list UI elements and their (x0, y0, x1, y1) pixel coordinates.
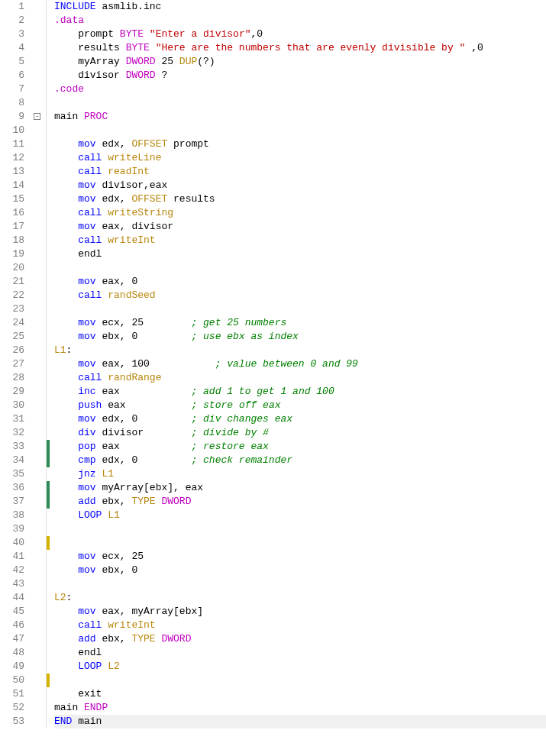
code-editor[interactable]: 1234567891011121314151617181920212223242… (0, 0, 546, 729)
code-line[interactable]: main PROC (54, 110, 546, 124)
line-number: 28 (0, 371, 24, 385)
code-line[interactable]: div divisor ; divide by # (54, 426, 546, 440)
line-number: 38 (0, 509, 24, 522)
line-number: 32 (0, 426, 24, 440)
change-marker (47, 481, 50, 495)
fold-toggle-icon[interactable]: - (34, 113, 40, 120)
code-line[interactable]: results BYTE "Here are the numbers that … (54, 41, 546, 55)
code-line[interactable]: L2: (54, 591, 546, 605)
line-number: 5 (0, 55, 24, 69)
line-number: 34 (0, 454, 24, 467)
code-line[interactable]: endl (54, 646, 546, 660)
line-number: 30 (0, 399, 24, 412)
code-line[interactable]: mov ecx, 25 ; get 25 numbers (54, 316, 546, 330)
line-number: 7 (0, 82, 24, 96)
code-line[interactable]: call readInt (54, 165, 546, 179)
code-line[interactable]: call writeString (54, 206, 546, 220)
line-number: 19 (0, 247, 24, 261)
line-number: 21 (0, 275, 24, 289)
code-line[interactable]: LOOP L1 (54, 509, 546, 522)
code-line[interactable]: .code (54, 82, 546, 96)
code-line[interactable] (54, 124, 546, 137)
line-number: 45 (0, 605, 24, 619)
line-number: 48 (0, 646, 24, 660)
code-line[interactable] (54, 302, 546, 316)
code-line[interactable]: add ebx, TYPE DWORD (54, 495, 546, 509)
line-number-gutter: 1234567891011121314151617181920212223242… (0, 0, 31, 729)
code-line[interactable]: call writeInt (54, 619, 546, 632)
change-marker (47, 440, 50, 454)
line-number: 40 (0, 536, 24, 550)
code-line[interactable]: mov eax, 100 ; value between 0 and 99 (54, 357, 546, 371)
line-number: 36 (0, 481, 24, 495)
code-line[interactable] (54, 577, 546, 591)
line-number: 29 (0, 385, 24, 399)
line-number: 3 (0, 27, 24, 41)
fold-column[interactable]: - (31, 0, 47, 729)
code-line[interactable]: exit (54, 687, 546, 701)
code-line[interactable]: call writeInt (54, 234, 546, 247)
code-line[interactable]: call writeLine (54, 151, 546, 165)
code-line[interactable]: mov edx, 0 ; div changes eax (54, 412, 546, 426)
line-number: 33 (0, 440, 24, 454)
change-marker (47, 495, 50, 509)
code-line[interactable] (54, 536, 546, 550)
line-number: 47 (0, 632, 24, 646)
code-line[interactable]: mov ecx, 25 (54, 550, 546, 564)
line-number: 49 (0, 660, 24, 674)
code-line[interactable]: mov eax, 0 (54, 275, 546, 289)
line-number: 11 (0, 137, 24, 151)
code-line[interactable]: mov edx, OFFSET prompt (54, 137, 546, 151)
code-line[interactable]: myArray DWORD 25 DUP(?) (54, 55, 546, 69)
code-line[interactable]: mov myArray[ebx], eax (54, 481, 546, 495)
code-area[interactable]: INCLUDE asmlib.inc.data prompt BYTE "Ent… (51, 0, 546, 729)
change-marker (47, 454, 50, 467)
line-number: 31 (0, 412, 24, 426)
code-line[interactable] (54, 261, 546, 275)
code-line[interactable]: divisor DWORD ? (54, 69, 546, 82)
line-number: 2 (0, 14, 24, 27)
line-number: 14 (0, 179, 24, 192)
change-marker (47, 674, 50, 687)
code-line[interactable]: pop eax ; restore eax (54, 440, 546, 454)
code-line[interactable]: cmp edx, 0 ; check remainder (54, 454, 546, 467)
line-number: 9 (0, 110, 24, 124)
code-line[interactable]: mov eax, myArray[ebx] (54, 605, 546, 619)
code-line[interactable]: .data (54, 14, 546, 27)
line-number: 20 (0, 261, 24, 275)
code-line[interactable] (54, 674, 546, 687)
code-line[interactable]: prompt BYTE "Enter a divisor",0 (54, 27, 546, 41)
code-line[interactable]: L1: (54, 344, 546, 357)
line-number: 53 (0, 715, 24, 729)
line-number: 22 (0, 289, 24, 302)
code-line[interactable]: LOOP L2 (54, 660, 546, 674)
change-marker (47, 536, 50, 550)
code-line[interactable]: mov divisor,eax (54, 179, 546, 192)
line-number: 25 (0, 330, 24, 344)
line-number: 50 (0, 674, 24, 687)
line-number: 13 (0, 165, 24, 179)
line-number: 37 (0, 495, 24, 509)
code-line[interactable]: mov edx, OFFSET results (54, 192, 546, 206)
code-line[interactable]: INCLUDE asmlib.inc (54, 0, 546, 14)
code-line[interactable] (54, 522, 546, 536)
code-line[interactable]: main ENDP (54, 701, 546, 715)
line-number: 51 (0, 687, 24, 701)
code-line[interactable]: mov ebx, 0 ; use ebx as index (54, 330, 546, 344)
code-line[interactable] (54, 96, 546, 110)
code-line[interactable]: call randSeed (54, 289, 546, 302)
code-line[interactable]: push eax ; store off eax (54, 399, 546, 412)
code-line[interactable]: END main (54, 715, 546, 729)
line-number: 16 (0, 206, 24, 220)
code-line[interactable]: add ebx, TYPE DWORD (54, 632, 546, 646)
code-line[interactable]: mov eax, divisor (54, 220, 546, 234)
code-line[interactable]: endl (54, 247, 546, 261)
code-line[interactable]: call randRange (54, 371, 546, 385)
line-number: 35 (0, 467, 24, 481)
code-line[interactable]: jnz L1 (54, 467, 546, 481)
line-number: 43 (0, 577, 24, 591)
line-number: 12 (0, 151, 24, 165)
code-line[interactable]: mov ebx, 0 (54, 564, 546, 577)
code-line[interactable]: inc eax ; add 1 to get 1 and 100 (54, 385, 546, 399)
line-number: 24 (0, 316, 24, 330)
